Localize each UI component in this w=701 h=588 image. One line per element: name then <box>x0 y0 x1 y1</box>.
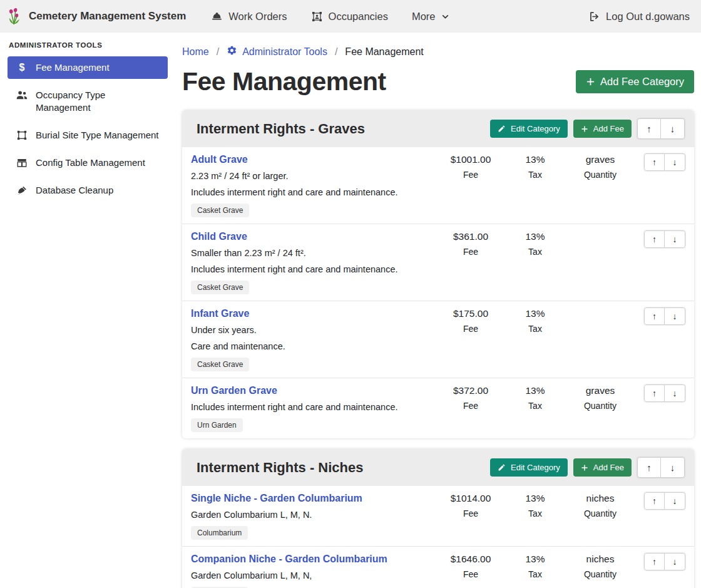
move-category-down-button[interactable]: ↓ <box>661 457 685 478</box>
fee-quantity-value: niches <box>560 553 640 565</box>
move-category-up-button[interactable]: ↑ <box>637 457 661 478</box>
fee-quantity-cell: graves Quantity <box>560 153 640 180</box>
plus-icon <box>581 125 588 133</box>
fee-row: Child Grave Smaller than 2.23 m² / 24 ft… <box>182 224 694 301</box>
occupancy-frame-icon <box>311 11 323 23</box>
move-fee-up-button[interactable]: ↑ <box>644 307 665 325</box>
sidebar-item-config-table[interactable]: Config Table Management <box>8 152 168 174</box>
fee-tax-label: Tax <box>510 247 560 257</box>
add-fee-category-button[interactable]: Add Fee Category <box>576 70 694 93</box>
move-fee-up-button[interactable]: ↑ <box>644 384 665 402</box>
fee-amount-cell: $1014.00 Fee <box>431 492 510 518</box>
move-fee-down-button[interactable]: ↓ <box>665 230 685 248</box>
fee-description: Smaller than 2.23 m² / 24 ft². <box>191 247 431 259</box>
tulip-logo-icon <box>6 7 24 26</box>
fee-name-link[interactable]: Single Niche - Garden Columbarium <box>191 492 362 505</box>
edit-category-button[interactable]: Edit Category <box>490 120 568 138</box>
sidebar-item-burial-site-type[interactable]: Burial Site Type Management <box>8 124 168 147</box>
nav-more[interactable]: More <box>412 11 449 23</box>
fee-main: Urn Garden Grave Includes interment righ… <box>191 384 431 432</box>
fee-name-link[interactable]: Companion Niche - Garden Columbarium <box>191 553 387 565</box>
fee-row: Companion Niche - Garden Columbarium Gar… <box>182 546 694 588</box>
sidebar: ADMINISTRATOR TOOLS $ Fee Management Occ… <box>0 33 175 207</box>
fee-quantity-cell: graves Quantity <box>560 384 640 411</box>
arrow-down-icon: ↓ <box>673 496 677 506</box>
arrow-up-icon: ↑ <box>652 557 657 567</box>
fee-description: Includes interment right and care and ma… <box>191 264 431 276</box>
move-fee-down-button[interactable]: ↓ <box>665 307 685 325</box>
main-content: Home / Administrator Tools / Fee Managem… <box>175 33 701 588</box>
fee-name-link[interactable]: Urn Garden Grave <box>191 384 277 397</box>
fee-descriptions: Under six years.Care and maintenance. <box>191 324 431 353</box>
fee-main: Infant Grave Under six years.Care and ma… <box>191 307 431 371</box>
move-category-up-button[interactable]: ↑ <box>637 118 661 139</box>
arrow-down-icon: ↓ <box>673 388 677 398</box>
arrow-up-icon: ↑ <box>652 496 657 506</box>
fee-tax-value: 13% <box>510 553 560 565</box>
move-fee-up-button[interactable]: ↑ <box>644 553 665 570</box>
sidebar-item-fee-management[interactable]: $ Fee Management <box>8 56 168 79</box>
table-icon <box>15 157 29 168</box>
pencil-icon <box>498 463 506 472</box>
fee-tax-label: Tax <box>510 170 560 180</box>
fee-main: Single Niche - Garden Columbarium Garden… <box>191 492 431 540</box>
fee-tax-cell: 13% Tax <box>510 230 560 257</box>
category-title: Interment Rights - Graves <box>197 121 365 137</box>
fee-amount-label: Fee <box>431 508 510 518</box>
fee-main: Adult Grave 2.23 m² / 24 ft² or larger.I… <box>191 153 431 217</box>
brand-title: Cemetery Management System <box>29 10 186 23</box>
move-fee-up-button[interactable]: ↑ <box>644 153 665 171</box>
sidebar-item-label: Burial Site Type Management <box>36 129 159 142</box>
move-fee-up-button[interactable]: ↑ <box>644 492 665 510</box>
fee-row: Adult Grave 2.23 m² / 24 ft² or larger.I… <box>182 147 694 224</box>
fee-amount-cell: $1001.00 Fee <box>431 153 510 180</box>
add-fee-button[interactable]: Add Fee <box>573 458 632 477</box>
move-fee-down-button[interactable]: ↓ <box>665 553 685 570</box>
breadcrumb-separator: / <box>217 46 219 58</box>
move-fee-down-button[interactable]: ↓ <box>665 153 685 171</box>
sidebar-item-occupancy-type[interactable]: Occupancy Type Management <box>8 84 168 119</box>
fee-quantity-label: Quantity <box>560 401 640 411</box>
fee-amount-cell: $372.00 Fee <box>431 384 510 411</box>
arrow-up-icon: ↑ <box>647 462 652 473</box>
fee-name-link[interactable]: Infant Grave <box>191 307 249 320</box>
brand-link[interactable]: Cemetery Management System <box>6 7 186 26</box>
fee-category-card: Interment Rights - Niches Edit Category … <box>182 449 694 588</box>
sidebar-item-label: Occupancy Type Management <box>36 89 160 114</box>
logout-button[interactable]: Log Out d.gowans <box>588 11 690 23</box>
fee-rows: Single Niche - Garden Columbarium Garden… <box>182 486 694 588</box>
breadcrumb-admin-tools-link[interactable]: Administrator Tools <box>227 45 327 58</box>
fee-name-link[interactable]: Adult Grave <box>191 153 248 166</box>
fee-arrows: ↑ ↓ <box>640 230 685 248</box>
fee-tax-value: 13% <box>510 384 560 397</box>
arrow-down-icon: ↓ <box>670 462 675 473</box>
nav-work-orders[interactable]: Work Orders <box>211 11 287 23</box>
move-fee-down-button[interactable]: ↓ <box>665 384 685 402</box>
sidebar-item-database-cleanup[interactable]: Database Cleanup <box>8 179 168 202</box>
fee-description: Under six years. <box>191 324 431 336</box>
fee-amount-value: $1001.00 <box>431 153 510 166</box>
nav-occupancies[interactable]: Occupancies <box>311 11 388 23</box>
fee-badge: Columbarium <box>191 526 248 540</box>
edit-category-label: Edit Category <box>511 463 560 472</box>
fee-amount-cell: $1646.00 Fee <box>431 553 510 579</box>
move-category-down-button[interactable]: ↓ <box>661 118 685 139</box>
fee-amount-label: Fee <box>431 569 510 579</box>
fee-description: 2.23 m² / 24 ft² or larger. <box>191 170 431 182</box>
category-actions: Edit Category Add Fee ↑ ↓ <box>490 118 685 139</box>
sidebar-item-label: Config Table Management <box>36 157 145 169</box>
fee-name-link[interactable]: Child Grave <box>191 230 247 243</box>
move-fee-up-button[interactable]: ↑ <box>644 230 665 248</box>
add-fee-button[interactable]: Add Fee <box>573 120 632 138</box>
move-fee-down-button[interactable]: ↓ <box>665 492 685 510</box>
breadcrumb: Home / Administrator Tools / Fee Managem… <box>182 40 694 58</box>
fee-badge: Casket Grave <box>191 204 249 217</box>
edit-category-button[interactable]: Edit Category <box>490 458 568 477</box>
dollar-icon: $ <box>15 61 29 74</box>
edit-category-label: Edit Category <box>511 124 560 133</box>
arrow-down-icon: ↓ <box>670 123 675 134</box>
breadcrumb-home-link[interactable]: Home <box>182 46 209 58</box>
fee-descriptions: Smaller than 2.23 m² / 24 ft².Includes i… <box>191 247 431 276</box>
main-nav: Work Orders Occup <box>211 11 449 23</box>
fee-tax-cell: 13% Tax <box>510 384 560 411</box>
